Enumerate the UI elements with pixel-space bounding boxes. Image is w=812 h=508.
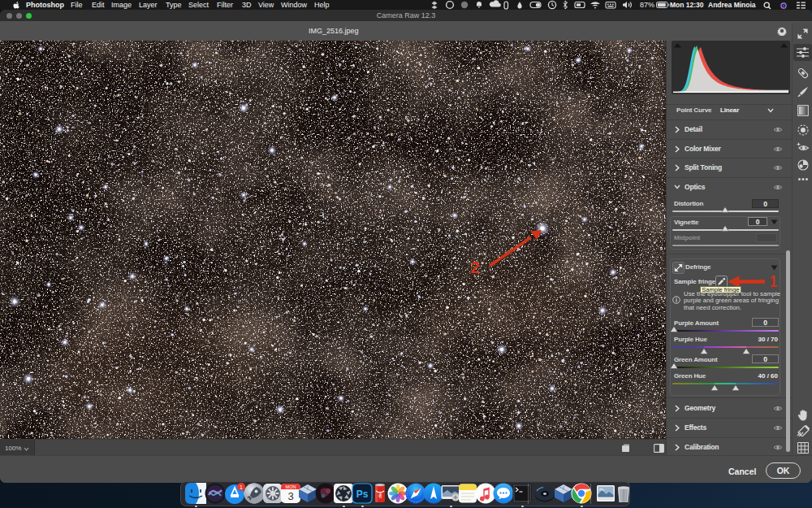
svg-text:1: 1 [240, 484, 243, 490]
svg-text:1: 1 [770, 273, 777, 290]
svg-text:Ps: Ps [356, 488, 369, 500]
svg-text:3: 3 [287, 490, 293, 502]
svg-text:diet: diet [378, 491, 382, 498]
svg-text:MON: MON [286, 484, 296, 489]
svg-text:2: 2 [470, 258, 479, 276]
